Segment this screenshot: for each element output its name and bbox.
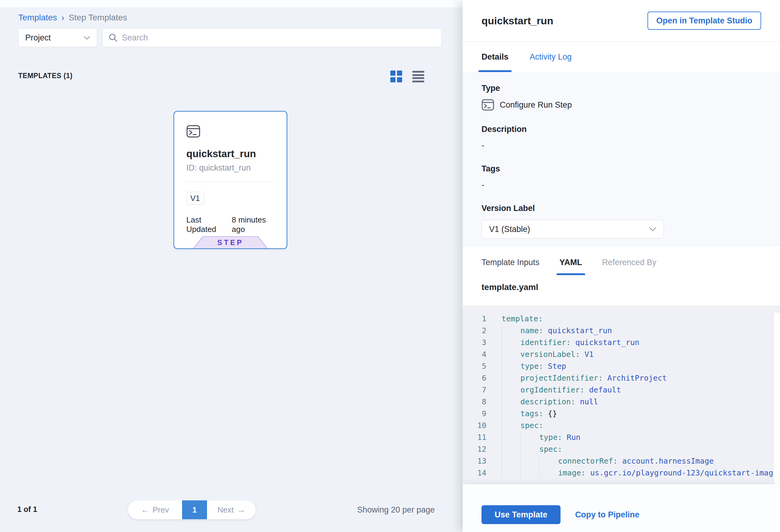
chevron-down-icon xyxy=(649,227,656,231)
templates-count: TEMPLATES (1) xyxy=(18,72,72,80)
prev-page-button[interactable]: ← Prev xyxy=(128,500,182,519)
code-line: 8description: null xyxy=(462,396,780,408)
version-badge: V1 xyxy=(186,192,204,205)
code-line: 1template: xyxy=(462,313,780,325)
description-value: - xyxy=(482,141,761,150)
drawer-tabbar: Details Activity Log xyxy=(462,42,780,72)
yaml-header-band: template.yaml xyxy=(462,275,780,305)
drawer-title: quickstart_run xyxy=(482,15,553,27)
per-page-text: Showing 20 per page xyxy=(357,505,435,515)
type-row: Configure Run Step xyxy=(482,99,761,111)
code-line: 7orgIdentifier: default xyxy=(462,384,780,396)
last-updated-label: Last Updated xyxy=(186,215,227,234)
next-page-button[interactable]: Next → xyxy=(207,500,256,519)
yaml-tabbar: Template Inputs YAML Referenced By xyxy=(462,246,780,275)
search-icon xyxy=(108,33,118,42)
list-header-row: TEMPLATES (1) xyxy=(18,72,444,80)
pagination: ← Prev 1 Next → xyxy=(128,500,256,519)
view-toggles xyxy=(390,70,425,83)
version-select[interactable]: V1 (Stable) xyxy=(482,220,664,239)
type-value: Configure Run Step xyxy=(500,100,572,110)
code-line: 10spec: xyxy=(462,420,780,431)
filter-controls: Project xyxy=(18,28,442,47)
version-label: Version Label xyxy=(482,204,761,213)
code-scrollbar[interactable] xyxy=(773,313,780,484)
subtab-referenced-by[interactable]: Referenced By xyxy=(599,250,660,275)
subtab-yaml[interactable]: YAML xyxy=(556,250,585,275)
list-view-icon xyxy=(412,71,424,82)
terminal-icon xyxy=(186,125,200,138)
templates-list-panel: Templates › Step Templates Project TEMPL… xyxy=(0,0,462,532)
code-line: 3identifier: quickstart_run xyxy=(462,337,780,348)
card-title: quickstart_run xyxy=(186,148,275,160)
code-line: 13connectorRef: account.harnessImage xyxy=(462,455,780,467)
page-1-button[interactable]: 1 xyxy=(182,500,207,519)
yaml-code: 1template:2name: quickstart_run3identifi… xyxy=(462,305,780,484)
scope-select[interactable]: Project xyxy=(18,28,97,47)
tab-activity-log[interactable]: Activity Log xyxy=(527,42,575,72)
tags-value: - xyxy=(482,180,761,190)
code-line: 2name: quickstart_run xyxy=(462,325,780,337)
tags-label: Tags xyxy=(482,164,761,174)
breadcrumb-current: Step Templates xyxy=(69,13,127,22)
code-line: 4versionLabel: V1 xyxy=(462,348,780,360)
code-line: 5type: Step xyxy=(462,360,780,372)
drawer-header: quickstart_run Open in Template Studio xyxy=(462,0,780,42)
card-id: ID: quickstart_run xyxy=(186,163,275,173)
grid-view-icon xyxy=(390,70,402,83)
details-section: Type Configure Run Step Description - Ta… xyxy=(462,72,780,246)
breadcrumb-templates-link[interactable]: Templates xyxy=(18,13,57,22)
tab-details[interactable]: Details xyxy=(479,42,511,72)
code-line: 9tags: {} xyxy=(462,408,780,420)
use-template-button[interactable]: Use Template xyxy=(482,505,560,524)
grid-view-button[interactable] xyxy=(390,70,403,83)
scope-select-value: Project xyxy=(25,33,51,43)
step-type-badge: STEP xyxy=(193,236,268,248)
code-line: 12spec: xyxy=(462,443,780,455)
last-updated-value: 8 minutes ago xyxy=(232,215,275,234)
code-line: 11type: Run xyxy=(462,431,780,443)
yaml-file-name: template.yaml xyxy=(482,282,761,292)
chevron-right-icon: › xyxy=(61,13,64,22)
type-label: Type xyxy=(482,84,761,93)
code-line: 6projectIdentifier: ArchitProject xyxy=(462,372,780,384)
open-template-studio-button[interactable]: Open in Template Studio xyxy=(647,11,761,30)
version-select-value: V1 (Stable) xyxy=(489,225,530,234)
list-view-button[interactable] xyxy=(411,70,425,83)
subtab-template-inputs[interactable]: Template Inputs xyxy=(479,250,543,275)
breadcrumb: Templates › Step Templates xyxy=(18,13,127,22)
chevron-down-icon xyxy=(84,36,90,40)
last-updated-row: Last Updated 8 minutes ago xyxy=(186,215,275,234)
top-strip xyxy=(0,0,462,7)
terminal-icon xyxy=(482,99,494,111)
template-details-drawer: quickstart_run Open in Template Studio D… xyxy=(462,0,780,532)
arrow-left-icon: ← xyxy=(141,505,149,515)
yaml-code-lines: 1template:2name: quickstart_run3identifi… xyxy=(462,313,780,479)
arrow-right-icon: → xyxy=(237,505,245,515)
drawer-footer: Use Template Copy to Pipeline xyxy=(462,484,780,532)
card-divider xyxy=(186,182,275,182)
copy-to-pipeline-link[interactable]: Copy to Pipeline xyxy=(575,505,640,524)
search-input[interactable] xyxy=(122,33,435,43)
description-label: Description xyxy=(482,125,761,134)
template-card[interactable]: quickstart_run ID: quickstart_run V1 Las… xyxy=(174,111,287,249)
code-line: 14image: us.gcr.io/playground-123/quicks… xyxy=(462,467,780,479)
page-summary: 1 of 1 xyxy=(17,505,37,514)
search-box[interactable] xyxy=(102,28,442,47)
